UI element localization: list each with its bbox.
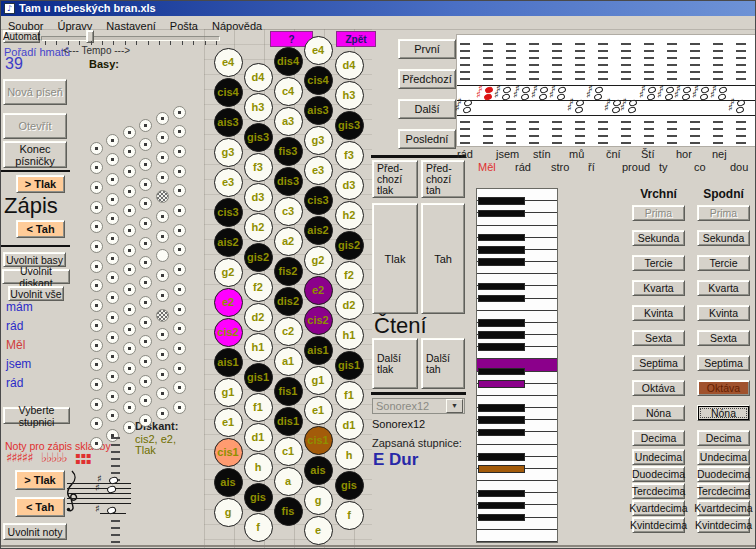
- bass-button[interactable]: [106, 153, 119, 166]
- diskant-button-h2[interactable]: h2: [244, 213, 273, 242]
- new-song-button[interactable]: Nová píseň: [3, 79, 67, 105]
- bass-button[interactable]: [90, 181, 103, 194]
- bass-button[interactable]: [139, 394, 152, 407]
- interval-spodni-undecima[interactable]: Undecima: [697, 449, 750, 465]
- bass-button[interactable]: [90, 358, 103, 371]
- bass-button[interactable]: [173, 303, 186, 316]
- bass-button[interactable]: [123, 421, 136, 434]
- diskant-button-ais2[interactable]: ais2: [304, 216, 333, 245]
- bass-button[interactable]: [106, 291, 119, 304]
- diskant-button-cis2[interactable]: cis2: [214, 318, 243, 347]
- piano-key-gis3[interactable]: [478, 246, 525, 254]
- interval-vrchni-sekunda[interactable]: Sekunda: [632, 230, 685, 246]
- bass-button[interactable]: [106, 252, 119, 265]
- diskant-button-ais[interactable]: ais: [214, 468, 243, 497]
- bass-button[interactable]: [90, 201, 103, 214]
- back-cell-button[interactable]: Zpět: [336, 31, 376, 47]
- diskant-button-c1[interactable]: c1: [274, 437, 303, 466]
- interval-spodni-sexta[interactable]: Sexta: [697, 330, 750, 346]
- interval-spodni-oktava[interactable]: Oktáva: [697, 380, 750, 396]
- interval-vrchni-tercdecima[interactable]: Tercdecima: [632, 483, 685, 499]
- bass-button[interactable]: [90, 319, 103, 332]
- menu-nastaveni[interactable]: Nastavení: [99, 19, 163, 32]
- bass-button[interactable]: [139, 138, 152, 151]
- bass-button[interactable]: [106, 331, 119, 344]
- piano-key-dis4[interactable]: [478, 197, 525, 205]
- interval-spodni-kvinta[interactable]: Kvinta: [697, 305, 750, 321]
- release-all-button[interactable]: Uvolnit vše: [8, 286, 64, 301]
- piano-key-fis[interactable]: [478, 514, 525, 522]
- bass-button[interactable]: [139, 178, 152, 191]
- diskant-button-e1[interactable]: e1: [214, 408, 243, 437]
- diskant-button-h2[interactable]: h2: [335, 201, 364, 230]
- diskant-button-fis2[interactable]: fis2: [274, 257, 303, 286]
- bass-button[interactable]: [173, 322, 186, 335]
- diskant-button-d2[interactable]: d2: [244, 303, 273, 332]
- bass-button[interactable]: [173, 184, 186, 197]
- diskant-button-cis1[interactable]: cis1: [304, 426, 333, 455]
- interval-spodni-prima[interactable]: Prima: [697, 205, 750, 221]
- diskant-button-ais1[interactable]: ais1: [304, 336, 333, 365]
- bass-button[interactable]: [173, 362, 186, 375]
- diskant-button-f3[interactable]: f3: [335, 141, 364, 170]
- interval-spodni-tercie[interactable]: Tercie: [697, 255, 750, 271]
- interval-spodni-kvarta[interactable]: Kvarta: [697, 280, 750, 296]
- interval-vrchni-kvinta[interactable]: Kvinta: [632, 305, 685, 321]
- bass-button[interactable]: [123, 342, 136, 355]
- piano-key-ais2[interactable]: [478, 319, 525, 327]
- diskant-button-d1[interactable]: d1: [335, 411, 364, 440]
- diskant-button-cis4[interactable]: cis4: [214, 78, 243, 107]
- open-button[interactable]: Otevřít: [3, 113, 67, 139]
- piano-key-dis3[interactable]: [478, 283, 525, 291]
- bass-button[interactable]: [123, 126, 136, 139]
- diskant-button-cis3[interactable]: cis3: [214, 198, 243, 227]
- bass-button[interactable]: [156, 328, 169, 341]
- diskant-button-dis3[interactable]: dis3: [274, 167, 303, 196]
- diskant-button-gis3[interactable]: gis3: [335, 111, 364, 140]
- previous-button[interactable]: Předchozí: [398, 69, 456, 89]
- previous-pull-button[interactable]: Před- chozí tah: [421, 160, 465, 198]
- bass-button[interactable]: [123, 165, 136, 178]
- interval-spodni-kvintdecima[interactable]: Kvintdecima: [697, 517, 750, 533]
- diskant-button-g[interactable]: g: [304, 486, 333, 515]
- diskant-button-ais3[interactable]: ais3: [214, 108, 243, 137]
- piano-key-cis1[interactable]: [478, 465, 525, 473]
- diskant-button-dis1[interactable]: dis1: [274, 407, 303, 436]
- bass-button[interactable]: [156, 131, 169, 144]
- piano-key-dis2[interactable]: [478, 368, 525, 376]
- piano-key-gis1[interactable]: [478, 416, 525, 424]
- end-song-button[interactable]: Konec písničky: [3, 141, 67, 168]
- diskant-button-h3[interactable]: h3: [244, 93, 273, 122]
- diskant-button-h[interactable]: h: [335, 441, 364, 470]
- bass-button[interactable]: [139, 296, 152, 309]
- bass-button[interactable]: [139, 197, 152, 210]
- bass-button[interactable]: [106, 212, 119, 225]
- bass-button[interactable]: [123, 263, 136, 276]
- last-button[interactable]: Poslední: [398, 129, 456, 149]
- release-treble-button[interactable]: Uvolnit diskant: [2, 269, 70, 284]
- bass-button[interactable]: [106, 232, 119, 245]
- interval-spodni-duodecima[interactable]: Duodecima: [697, 466, 750, 482]
- diskant-button-f1[interactable]: f1: [335, 381, 364, 410]
- bass-button-checker[interactable]: [156, 190, 169, 203]
- diskant-button-gis3[interactable]: gis3: [244, 123, 273, 152]
- bass-button[interactable]: [123, 401, 136, 414]
- bass-button[interactable]: [139, 316, 152, 329]
- press-button-bottom[interactable]: > Tlak: [15, 470, 65, 490]
- bass-button[interactable]: [123, 323, 136, 336]
- bass-button[interactable]: [156, 387, 169, 400]
- diskant-button-h[interactable]: h: [244, 453, 273, 482]
- diskant-button-h1[interactable]: h1: [244, 333, 273, 362]
- bass-button[interactable]: [123, 283, 136, 296]
- diskant-button-dis4[interactable]: dis4: [274, 47, 303, 76]
- piano-key-gis[interactable]: [478, 502, 525, 510]
- diskant-button-a1[interactable]: a1: [274, 347, 303, 376]
- diskant-button-dis2[interactable]: dis2: [274, 287, 303, 316]
- bass-button[interactable]: [139, 217, 152, 230]
- interval-vrchni-decima[interactable]: Decima: [632, 430, 685, 446]
- menu-posta[interactable]: Pošta: [163, 19, 205, 32]
- bass-button[interactable]: [123, 224, 136, 237]
- piano-key-ais[interactable]: [478, 490, 525, 498]
- bass-button[interactable]: [106, 173, 119, 186]
- diskant-button-h3[interactable]: h3: [335, 81, 364, 110]
